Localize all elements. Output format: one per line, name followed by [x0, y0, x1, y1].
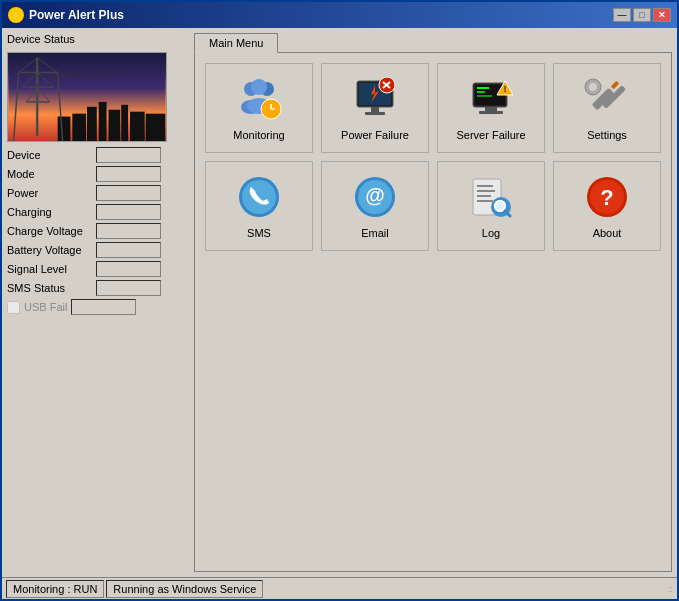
- svg-rect-59: [477, 195, 491, 197]
- svg-rect-7: [72, 114, 86, 141]
- device-image: [7, 52, 167, 142]
- left-panel: Device Status: [7, 33, 189, 572]
- svg-text:!: !: [504, 84, 507, 94]
- charging-value[interactable]: [96, 204, 161, 220]
- field-device: Device: [7, 147, 189, 163]
- monitoring-button[interactable]: Monitoring: [205, 63, 313, 153]
- monitoring-icon: [235, 75, 283, 123]
- minimize-button[interactable]: —: [613, 8, 631, 22]
- power-failure-button[interactable]: Power Failure: [321, 63, 429, 153]
- monitoring-label: Monitoring: [233, 129, 284, 141]
- svg-rect-9: [36, 58, 38, 136]
- svg-point-52: [242, 180, 276, 214]
- sms-label: SMS: [247, 227, 271, 239]
- device-value[interactable]: [96, 147, 161, 163]
- svg-point-25: [251, 79, 267, 95]
- svg-point-63: [496, 202, 504, 210]
- field-sms-status: SMS Status: [7, 280, 189, 296]
- email-button[interactable]: @ Email: [321, 161, 429, 251]
- right-panel: Main Menu: [194, 33, 672, 572]
- field-charge-voltage: Charge Voltage: [7, 223, 189, 239]
- usb-fail-row: USB Fail: [7, 299, 189, 315]
- field-power: Power: [7, 185, 189, 201]
- window-controls: — □ ✕: [613, 8, 671, 22]
- svg-rect-33: [365, 112, 385, 115]
- log-label: Log: [482, 227, 500, 239]
- field-battery-voltage: Battery Voltage: [7, 242, 189, 258]
- signal-level-value[interactable]: [96, 261, 161, 277]
- svg-rect-50: [611, 81, 619, 89]
- svg-rect-39: [477, 87, 489, 89]
- about-button[interactable]: ? About: [553, 161, 661, 251]
- field-charging: Charging: [7, 204, 189, 220]
- charge-voltage-label: Charge Voltage: [7, 225, 92, 237]
- svg-rect-5: [130, 112, 145, 141]
- server-failure-label: Server Failure: [456, 129, 525, 141]
- about-label: About: [593, 227, 622, 239]
- log-button[interactable]: Log: [437, 161, 545, 251]
- charging-label: Charging: [7, 206, 92, 218]
- field-mode: Mode: [7, 166, 189, 182]
- email-icon: @: [351, 173, 399, 221]
- sms-button[interactable]: SMS: [205, 161, 313, 251]
- usb-fail-label: USB Fail: [24, 301, 67, 313]
- svg-rect-2: [99, 102, 107, 141]
- title-bar: ⚡ Power Alert Plus — □ ✕: [2, 2, 677, 28]
- sms-icon: [235, 173, 283, 221]
- content-area: Device Status: [2, 28, 677, 577]
- svg-rect-60: [477, 200, 493, 202]
- power-failure-icon: [351, 75, 399, 123]
- svg-rect-8: [58, 117, 71, 141]
- device-status-label: Device Status: [7, 33, 189, 45]
- battery-voltage-value[interactable]: [96, 242, 161, 258]
- svg-rect-43: [479, 111, 503, 114]
- device-label: Device: [7, 149, 92, 161]
- usb-fail-value[interactable]: [71, 299, 136, 315]
- field-signal-level: Signal Level: [7, 261, 189, 277]
- email-label: Email: [361, 227, 389, 239]
- svg-rect-57: [477, 185, 493, 187]
- window-title: Power Alert Plus: [29, 8, 124, 22]
- svg-rect-41: [477, 95, 492, 97]
- status-monitoring: Monitoring : RUN: [6, 580, 104, 598]
- mode-label: Mode: [7, 168, 92, 180]
- power-failure-label: Power Failure: [341, 129, 409, 141]
- usb-fail-checkbox[interactable]: [7, 301, 20, 314]
- charge-voltage-value[interactable]: [96, 223, 161, 239]
- settings-button[interactable]: Settings: [553, 63, 661, 153]
- about-icon: ?: [583, 173, 631, 221]
- tab-main-menu[interactable]: Main Menu: [194, 33, 278, 53]
- power-label: Power: [7, 187, 92, 199]
- log-icon: [467, 173, 515, 221]
- tab-bar: Main Menu: [194, 33, 672, 53]
- mode-value[interactable]: [96, 166, 161, 182]
- maximize-button[interactable]: □: [633, 8, 651, 22]
- server-failure-button[interactable]: ! Server Failure: [437, 63, 545, 153]
- sms-status-label: SMS Status: [7, 282, 92, 294]
- svg-rect-58: [477, 190, 495, 192]
- svg-point-48: [589, 83, 597, 91]
- title-bar-left: ⚡ Power Alert Plus: [8, 7, 124, 23]
- svg-rect-1: [87, 107, 97, 141]
- settings-label: Settings: [587, 129, 627, 141]
- svg-rect-3: [109, 110, 121, 141]
- power-value[interactable]: [96, 185, 161, 201]
- status-fields: Device Mode Power Charging Charge Voltag…: [7, 147, 189, 315]
- close-button[interactable]: ✕: [653, 8, 671, 22]
- svg-text:@: @: [365, 184, 385, 206]
- svg-rect-6: [146, 114, 166, 141]
- signal-level-label: Signal Level: [7, 263, 92, 275]
- main-window: ⚡ Power Alert Plus — □ ✕ Device Status: [0, 0, 679, 601]
- app-icon: ⚡: [8, 7, 24, 23]
- svg-text:?: ?: [600, 185, 613, 210]
- settings-icon: [583, 75, 631, 123]
- status-bar: Monitoring : RUN Running as Windows Serv…: [2, 577, 677, 599]
- svg-rect-40: [477, 91, 485, 93]
- sms-status-value[interactable]: [96, 280, 161, 296]
- menu-panel: Monitoring: [194, 52, 672, 572]
- status-service: Running as Windows Service: [106, 580, 263, 598]
- battery-voltage-label: Battery Voltage: [7, 244, 92, 256]
- resize-grip: ::: [668, 584, 673, 594]
- server-failure-icon: !: [467, 75, 515, 123]
- svg-rect-4: [121, 105, 128, 141]
